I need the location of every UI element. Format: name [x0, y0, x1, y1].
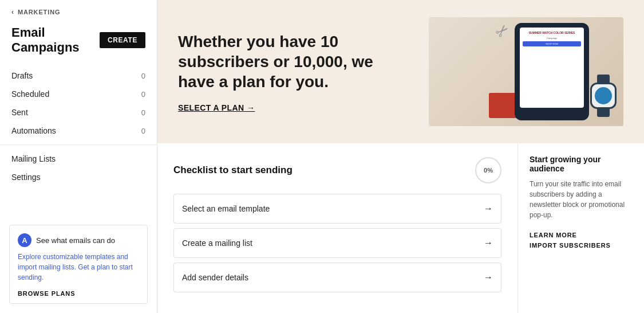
- checklist-item-mailing-list[interactable]: Create a mailing list →: [173, 228, 501, 258]
- chevron-left-icon: ‹: [11, 8, 14, 16]
- audience-import-link[interactable]: IMPORT SUBSCRIBERS: [530, 242, 633, 249]
- sidebar-promo-header: A See what emails can do: [18, 233, 139, 247]
- watch-face: [590, 83, 617, 109]
- checklist-header: Checklist to start sending 0%: [173, 157, 501, 183]
- checklist-section: Checklist to start sending 0% Select an …: [157, 143, 518, 313]
- sidebar-item-sent[interactable]: Sent 0: [0, 103, 157, 122]
- checklist-item-sender-arrow: →: [484, 272, 493, 283]
- sidebar-promo-title: See what emails can do: [36, 236, 115, 245]
- sidebar: ‹ MARKETING Email Campaigns CREATE Draft…: [0, 0, 157, 313]
- checklist-item-sender-label: Add sender details: [182, 273, 248, 282]
- sidebar-promo: A See what emails can do Explore customi…: [9, 225, 148, 304]
- sidebar-item-drafts-label: Drafts: [11, 71, 33, 80]
- content-area: Checklist to start sending 0% Select an …: [157, 143, 644, 313]
- sidebar-item-sent-count: 0: [141, 108, 145, 117]
- sidebar-item-scheduled-label: Scheduled: [11, 89, 49, 99]
- promo-icon: A: [18, 233, 31, 247]
- sidebar-promo-text: Explore customizable templates and impor…: [18, 252, 139, 283]
- checklist-item-template-label: Select an email template: [182, 204, 270, 213]
- sidebar-item-automations-count: 0: [141, 127, 145, 135]
- browse-plans-link[interactable]: BROWSE PLANS: [18, 290, 75, 297]
- tablet-decoration: SUMMER WATCH COLOR SERIES Campaign SHOP …: [515, 23, 589, 120]
- create-button[interactable]: CREATE: [100, 32, 145, 48]
- watch-band-top: [597, 75, 610, 83]
- sidebar-header: Email Campaigns CREATE: [0, 22, 157, 64]
- progress-circle: 0%: [475, 157, 501, 183]
- checklist-item-mailing-list-arrow: →: [484, 238, 493, 248]
- hero-heading: Whether you have 10 subscribers or 10,00…: [178, 32, 396, 92]
- audience-section: Start growing your audience Turn your si…: [518, 143, 644, 313]
- sidebar-item-scheduled-count: 0: [141, 90, 145, 99]
- hero-image: ✂ SUMMER WATCH COLOR SERIES Campaign SHO…: [429, 17, 623, 126]
- hero-text-block: Whether you have 10 subscribers or 10,00…: [178, 32, 396, 112]
- checklist-title: Checklist to start sending: [173, 165, 293, 176]
- audience-learn-more-link[interactable]: LEARN MORE: [530, 232, 633, 238]
- main-content: Whether you have 10 subscribers or 10,00…: [157, 0, 644, 313]
- checklist-item-sender[interactable]: Add sender details →: [173, 263, 501, 292]
- sidebar-item-automations[interactable]: Automations 0: [0, 122, 157, 140]
- sidebar-title: Email Campaigns: [11, 25, 93, 55]
- hero-illustration: ✂ SUMMER WATCH COLOR SERIES Campaign SHO…: [429, 17, 623, 126]
- sidebar-back-marketing[interactable]: ‹ MARKETING: [0, 0, 157, 22]
- tablet-screen-subtitle: Campaign: [523, 37, 581, 40]
- watch-face-inner: [595, 87, 612, 104]
- audience-title: Start growing your audience: [530, 155, 633, 173]
- audience-text: Turn your site traffic into email subscr…: [530, 179, 633, 220]
- sidebar-item-scheduled[interactable]: Scheduled 0: [0, 85, 157, 103]
- sidebar-item-settings[interactable]: Settings: [0, 168, 157, 186]
- sidebar-item-sent-label: Sent: [11, 108, 28, 117]
- sidebar-nav: Drafts 0 Scheduled 0 Sent 0 Automations …: [0, 64, 157, 189]
- checklist-item-template-arrow: →: [484, 204, 493, 214]
- sidebar-divider: [0, 144, 157, 145]
- checklist-item-template[interactable]: Select an email template →: [173, 194, 501, 224]
- sidebar-back-label: MARKETING: [18, 9, 61, 15]
- hero-banner: Whether you have 10 subscribers or 10,00…: [157, 0, 644, 143]
- tablet-screen-button: SHOP NOW: [523, 41, 581, 46]
- scissors-icon: ✂: [491, 20, 514, 43]
- checklist-items: Select an email template → Create a mail…: [173, 194, 501, 297]
- sidebar-item-mailing-lists[interactable]: Mailing Lists: [0, 150, 157, 168]
- sidebar-item-automations-label: Automations: [11, 126, 56, 135]
- watch-decoration: [587, 75, 619, 120]
- tablet-screen-title: SUMMER WATCH COLOR SERIES: [523, 31, 581, 35]
- hero-cta-link[interactable]: SELECT A PLAN →: [178, 103, 255, 112]
- sidebar-item-drafts[interactable]: Drafts 0: [0, 66, 157, 85]
- sidebar-item-drafts-count: 0: [141, 72, 145, 80]
- watch-band-bottom: [597, 109, 610, 117]
- tablet-screen: SUMMER WATCH COLOR SERIES Campaign SHOP …: [520, 28, 584, 108]
- checklist-item-mailing-list-label: Create a mailing list: [182, 238, 252, 248]
